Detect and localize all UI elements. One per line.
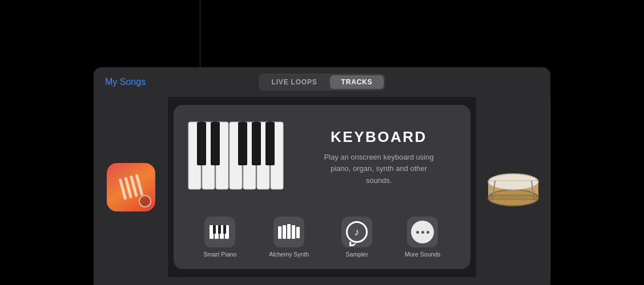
svg-rect-8 — [211, 122, 220, 165]
svg-rect-9 — [238, 122, 247, 165]
stripes-icon — [118, 174, 143, 200]
keyboard-illustration — [187, 119, 287, 196]
svg-rect-21 — [287, 224, 291, 239]
sub-item-alchemy-synth[interactable]: Alchemy Synth — [269, 217, 309, 258]
card-top-section: KEYBOARD Play an onscreen keyboard using… — [187, 116, 457, 198]
keyboard-card[interactable]: KEYBOARD Play an onscreen keyboard using… — [174, 105, 470, 269]
sub-items-row: Smart Piano A — [187, 209, 457, 258]
tab-tracks[interactable]: TRACKS — [330, 75, 384, 89]
svg-rect-17 — [218, 225, 221, 234]
drum-illustration — [485, 160, 542, 214]
svg-rect-22 — [292, 225, 295, 239]
svg-rect-18 — [223, 225, 226, 234]
card-title: KEYBOARD — [301, 128, 457, 146]
synth-icon — [273, 217, 304, 247]
sub-label-alchemy-synth: Alchemy Synth — [269, 251, 309, 258]
svg-rect-12 — [210, 225, 214, 239]
sub-label-more-sounds: More Sounds — [405, 251, 440, 258]
card-text-section: KEYBOARD Play an onscreen keyboard using… — [301, 128, 457, 186]
left-partial-card[interactable] — [94, 97, 168, 277]
sub-item-smart-piano[interactable]: Smart Piano — [203, 217, 236, 258]
card-description: Play an onscreen keyboard using piano, o… — [319, 152, 439, 186]
app-background: My Songs LIVE LOOPS TRACKS — [0, 0, 644, 285]
sub-item-sampler[interactable]: ♪ Sampler — [341, 217, 372, 258]
svg-rect-11 — [265, 122, 275, 165]
tab-live-loops[interactable]: LIVE LOOPS — [260, 75, 329, 89]
right-partial-card[interactable] — [476, 97, 550, 277]
right-line — [550, 97, 550, 277]
header-bar: My Songs LIVE LOOPS TRACKS — [94, 67, 550, 97]
svg-rect-10 — [252, 122, 261, 165]
svg-rect-23 — [296, 227, 300, 238]
app-wrapper: My Songs LIVE LOOPS TRACKS — [94, 67, 550, 285]
dots-icon — [407, 217, 438, 247]
music-note-icon: ♪ — [341, 217, 372, 247]
clock-icon — [139, 195, 151, 207]
top-area — [0, 0, 644, 68]
svg-point-27 — [488, 174, 538, 190]
main-content: KEYBOARD Play an onscreen keyboard using… — [94, 97, 550, 277]
vertical-line — [200, 0, 200, 68]
sub-label-sampler: Sampler — [346, 251, 368, 258]
svg-rect-19 — [278, 226, 281, 239]
sub-label-smart-piano: Smart Piano — [203, 251, 236, 258]
piano-icon — [204, 217, 235, 247]
tab-group: LIVE LOOPS TRACKS — [259, 74, 386, 91]
bottom-bar — [94, 277, 550, 285]
left-card-icon — [107, 163, 155, 211]
my-songs-button[interactable]: My Songs — [105, 77, 146, 87]
sub-item-more-sounds[interactable]: More Sounds — [405, 217, 440, 258]
svg-rect-7 — [197, 122, 206, 165]
svg-rect-20 — [283, 225, 286, 239]
svg-rect-31 — [489, 194, 537, 200]
svg-rect-16 — [213, 225, 216, 234]
